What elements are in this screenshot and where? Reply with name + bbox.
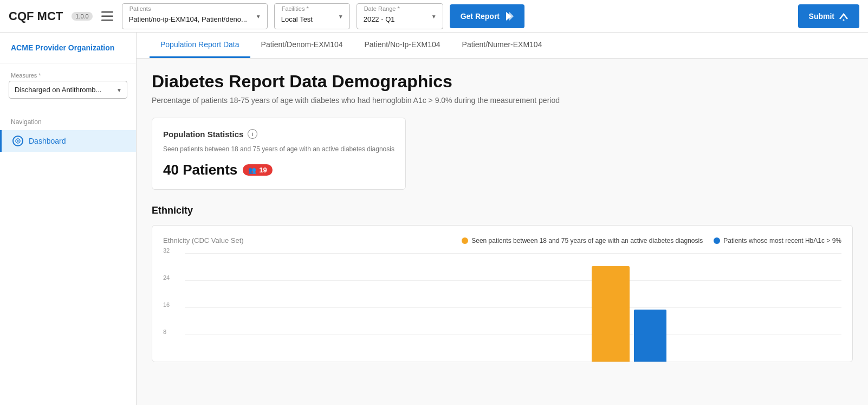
svg-rect-1 (101, 15, 113, 17)
stats-count-row: 40 Patients 👥 19 (163, 162, 394, 178)
page-subheading: Percentage of patients 18-75 years of ag… (152, 96, 853, 105)
legend-label-blue: Patients whose most recent HbA1c > 9% (723, 237, 841, 245)
svg-point-7 (17, 140, 19, 142)
svg-point-5 (843, 19, 845, 21)
legend-item-blue: Patients whose most recent HbA1c > 9% (714, 237, 841, 245)
population-stats-card: Population Statistics i Seen patients be… (152, 118, 406, 190)
facilities-label: Facilities * (281, 5, 310, 12)
grid-label-24: 24 (163, 274, 170, 281)
top-header: CQF MCT 1.0.0 Patients Patient/no-ip-EXM… (0, 0, 868, 33)
content-area: Population Report Data Patient/Denom-EXM… (137, 33, 868, 405)
chart-header: Ethnicity (CDC Value Set) Seen patients … (163, 236, 841, 245)
main-layout: ACME Provider Organization Measures * Di… (0, 33, 868, 405)
get-report-button[interactable]: Get Report (450, 4, 524, 28)
chart-axis-label: Ethnicity (CDC Value Set) (163, 236, 244, 245)
app-title: CQF MCT (9, 9, 63, 23)
patients-label: Patients (128, 5, 152, 12)
version-badge: 1.0.0 (72, 12, 92, 21)
date-range-field: Date Range * 2022 - Q1 (357, 3, 443, 29)
bar-orange (592, 266, 630, 362)
chart-area: 32 24 16 8 (163, 253, 841, 362)
measures-select-wrapper: Discharged on Antithromb... (9, 81, 127, 99)
sidebar-item-dashboard[interactable]: Dashboard (0, 130, 136, 152)
navigation-label: Navigation (0, 118, 136, 130)
patients-field: Patients Patient/no-ip-EXM104, Patient/d… (122, 3, 268, 29)
date-range-label: Date Range * (363, 5, 401, 12)
stats-count: 40 Patients (163, 162, 237, 178)
measures-select[interactable]: Discharged on Antithromb... (9, 81, 127, 99)
tab-patient-no-ip[interactable]: Patient/No-Ip-EXM104 (354, 33, 451, 58)
legend-label-orange: Seen patients between 18 and 75 years of… (471, 237, 703, 245)
svg-marker-4 (509, 12, 514, 21)
page-heading: Diabetes Report Data Demographics (152, 72, 853, 92)
people-icon: 👥 (248, 166, 256, 174)
grid-label-8: 8 (163, 329, 166, 335)
patients-badge: 👥 19 (243, 164, 272, 176)
chart-container: Ethnicity (CDC Value Set) Seen patients … (152, 225, 853, 362)
stats-title-text: Population Statistics (163, 130, 243, 139)
ethnicity-section-title: Ethnicity (152, 205, 853, 216)
legend-item-orange: Seen patients between 18 and 75 years of… (462, 237, 703, 245)
tab-population-report[interactable]: Population Report Data (150, 33, 250, 58)
dashboard-label: Dashboard (29, 137, 66, 145)
svg-rect-0 (101, 11, 113, 13)
svg-rect-2 (101, 20, 113, 21)
sidebar-spacer (0, 110, 136, 118)
content-body: Diabetes Report Data Demographics Percen… (137, 59, 868, 375)
dashboard-icon (12, 136, 23, 146)
submit-label: Submit (809, 12, 834, 21)
bars-area (185, 253, 841, 362)
tab-patient-numer[interactable]: Patient/Numer-EXM104 (451, 33, 553, 58)
stats-description: Seen patients between 18 and 75 years of… (163, 144, 394, 154)
facilities-field: Facilities * Local Test (274, 3, 350, 29)
legend-dot-orange (462, 237, 468, 244)
menu-button[interactable] (99, 9, 115, 23)
sidebar: ACME Provider Organization Measures * Di… (0, 33, 137, 405)
stats-card-title: Population Statistics i (163, 129, 394, 139)
chart-legend: Seen patients between 18 and 75 years of… (462, 237, 841, 245)
get-report-label: Get Report (461, 12, 500, 21)
org-name[interactable]: ACME Provider Organization (0, 43, 136, 63)
sidebar-divider (0, 63, 136, 63)
submit-button[interactable]: Submit (798, 4, 859, 28)
tabs-bar: Population Report Data Patient/Denom-EXM… (137, 33, 868, 59)
measures-label: Measures * (0, 72, 136, 81)
grid-label-32: 32 (163, 247, 170, 254)
grid-label-16: 16 (163, 301, 170, 308)
tab-patient-denom[interactable]: Patient/Denom-EXM104 (250, 33, 354, 58)
legend-dot-blue (714, 237, 720, 244)
info-icon[interactable]: i (248, 129, 257, 139)
badge-count: 19 (259, 166, 267, 174)
bar-blue (634, 310, 666, 362)
